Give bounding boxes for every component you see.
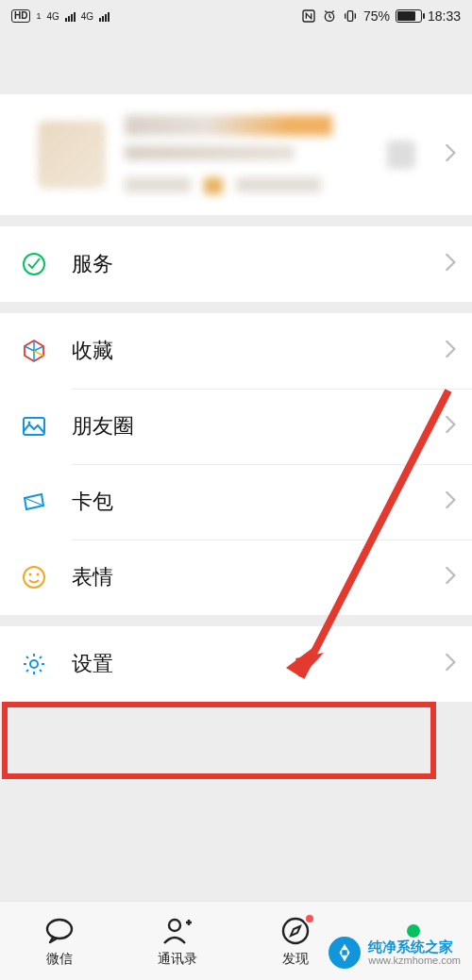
row-label: 服务 (72, 250, 444, 278)
signal-bars-2 (99, 10, 110, 22)
profile-status-blur (125, 177, 368, 194)
avatar (38, 121, 106, 189)
alarm-icon (322, 8, 337, 24)
row-favorites[interactable]: 收藏 (0, 313, 472, 389)
tab-wechat[interactable]: 微信 (0, 902, 118, 980)
network-label-2: 4G (81, 11, 93, 22)
chevron-right-icon (444, 652, 457, 676)
svg-point-5 (28, 422, 31, 424)
row-label: 设置 (72, 650, 444, 678)
watermark: 纯净系统之家 www.kzmhome.com (323, 933, 466, 972)
settings-icon (21, 651, 47, 677)
row-label: 朋友圈 (72, 412, 444, 440)
watermark-url: www.kzmhome.com (368, 955, 461, 966)
moments-icon (21, 413, 47, 440)
nfc-icon (301, 8, 316, 24)
empty-area (0, 783, 472, 901)
svg-rect-16 (342, 950, 347, 955)
favorites-icon (21, 338, 47, 364)
svg-point-9 (30, 660, 38, 668)
status-left: HD 1 4G 4G (11, 9, 110, 23)
badge-dot (304, 913, 315, 924)
svg-rect-2 (347, 11, 352, 22)
chevron-right-icon (444, 339, 457, 363)
profile-id-blur (125, 145, 295, 160)
row-label: 表情 (72, 563, 444, 591)
chevron-right-icon (444, 414, 457, 439)
cards-icon (21, 489, 47, 515)
profile-text (125, 115, 368, 194)
contacts-icon (161, 915, 194, 947)
network-label-1: 4G (46, 11, 59, 22)
watermark-title: 纯净系统之家 (368, 939, 461, 955)
sim1-num: 1 (36, 12, 41, 21)
hd-badge: HD (11, 9, 30, 23)
tab-label: 通讯录 (158, 951, 197, 968)
tab-label: 微信 (46, 951, 73, 968)
svg-point-15 (283, 919, 308, 943)
row-cards[interactable]: 卡包 (0, 464, 472, 540)
sim1-indicator: 1 (36, 12, 41, 21)
services-icon (21, 251, 47, 277)
group-settings: 设置 (0, 626, 472, 702)
chevron-right-icon (444, 490, 457, 514)
group-personal: 收藏 朋友圈 卡包 表情 (0, 313, 472, 615)
status-bar: HD 1 4G 4G 75% 18:33 (0, 0, 472, 28)
qr-icon[interactable] (387, 141, 415, 169)
chevron-right-icon (444, 142, 457, 167)
battery-percent: 75% (363, 8, 390, 24)
vibrate-icon (343, 8, 358, 24)
tab-label: 发现 (282, 951, 309, 968)
row-label: 收藏 (72, 337, 444, 365)
tab-contacts[interactable]: 通讯录 (118, 902, 236, 980)
chat-icon (43, 915, 76, 947)
row-stickers[interactable]: 表情 (0, 540, 472, 615)
row-settings[interactable]: 设置 (0, 626, 472, 702)
svg-point-6 (24, 567, 44, 588)
signal-bars-1 (65, 10, 76, 22)
battery-icon (396, 9, 422, 23)
row-label: 卡包 (72, 488, 444, 516)
svg-point-8 (37, 573, 40, 576)
clock: 18:33 (428, 8, 461, 24)
profile-name-blur (125, 115, 332, 136)
svg-point-13 (47, 920, 72, 938)
row-moments[interactable]: 朋友圈 (0, 389, 472, 464)
svg-point-14 (169, 920, 180, 931)
stickers-icon (21, 564, 47, 590)
chevron-right-icon (444, 565, 457, 590)
watermark-icon (329, 937, 361, 969)
svg-point-7 (29, 573, 32, 576)
profile-card[interactable] (0, 94, 472, 215)
annotation-highlight (2, 702, 436, 779)
row-services[interactable]: 服务 (0, 226, 472, 302)
group-services: 服务 (0, 226, 472, 302)
chevron-right-icon (444, 252, 457, 276)
status-right: 75% 18:33 (301, 8, 461, 24)
discover-icon (279, 915, 312, 947)
